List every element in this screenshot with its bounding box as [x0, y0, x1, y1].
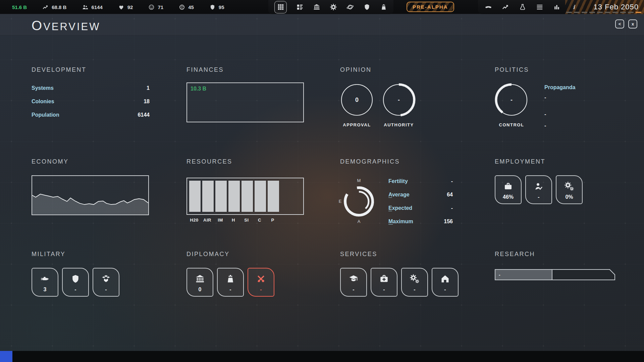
- opinion-title: OPINION: [340, 66, 416, 73]
- turn-tick: [612, 12, 618, 13]
- smiley-icon: [148, 4, 155, 10]
- economy-line-chart: [32, 176, 148, 215]
- colonies-row: Colonies18: [32, 95, 150, 108]
- resource-label: IM: [215, 218, 226, 223]
- list-icon: [536, 3, 543, 11]
- demographics-list: Fertility- Average64 Expected- Maximum15…: [388, 175, 453, 228]
- pre-alpha-badge: PRE-ALPHA: [407, 2, 454, 12]
- services-health-card[interactable]: -: [371, 268, 397, 297]
- back-button[interactable]: <: [615, 19, 624, 28]
- nav-defense-button[interactable]: [363, 3, 371, 11]
- military-supplies-card[interactable]: -: [93, 268, 119, 297]
- svg-text:-: -: [511, 97, 513, 103]
- grid-icon: [277, 3, 284, 11]
- nav-colonies-button[interactable]: [296, 3, 304, 11]
- systems-row: Systems1: [32, 81, 150, 95]
- turn-progress-ticks: [566, 12, 641, 13]
- services-industry-card[interactable]: -: [401, 268, 428, 297]
- stat-security: 95: [209, 4, 224, 10]
- resources-title: RESOURCES: [186, 158, 304, 165]
- diplomacy-factions-card[interactable]: 0: [186, 268, 213, 297]
- resource-bar: [268, 181, 279, 212]
- research-progress-bar: -: [495, 269, 615, 280]
- person-check-icon: [534, 181, 544, 191]
- politics-panel: POLITICS - CONTROL Propaganda - - -: [495, 66, 636, 127]
- stat-credits: 51.6 B: [12, 4, 27, 10]
- military-panel: MILITARY 3 - -: [32, 251, 119, 297]
- employment-jobs-card[interactable]: 46%: [495, 175, 522, 204]
- heart-icon: [118, 4, 124, 10]
- resource-bar: [255, 181, 266, 212]
- nav-planets-button[interactable]: [346, 3, 354, 11]
- svg-text:A: A: [358, 219, 361, 224]
- services-housing-card[interactable]: -: [432, 268, 459, 297]
- nav-stats-button[interactable]: [553, 3, 560, 11]
- flask-icon: [519, 3, 526, 11]
- authority-gauge: - AUTHORITY: [382, 83, 416, 127]
- resources-bar-chart: [186, 178, 304, 215]
- crossed-swords-icon: [256, 274, 266, 284]
- resource-label: P: [267, 218, 278, 223]
- diplomacy-title: DIPLOMACY: [186, 251, 274, 258]
- bank-icon: [195, 274, 205, 284]
- trend-icon: [502, 3, 509, 11]
- military-defense-card[interactable]: -: [62, 268, 89, 297]
- services-education-card[interactable]: -: [340, 268, 367, 297]
- nav-research-button[interactable]: [519, 3, 526, 11]
- nav-government-button[interactable]: [313, 3, 320, 11]
- people-icon: [82, 4, 88, 10]
- credits-value: 51.6 B: [12, 4, 27, 10]
- services-title: SERVICES: [340, 251, 459, 258]
- resource-label: Si: [241, 218, 252, 223]
- military-title: MILITARY: [32, 251, 119, 258]
- podium-icon: [380, 3, 387, 11]
- employment-automation-card[interactable]: 0%: [556, 175, 583, 204]
- bottom-bar: [0, 351, 644, 362]
- briefcase-icon: [503, 181, 513, 191]
- expected-row: Expected-: [388, 201, 453, 215]
- resource-bar: [189, 181, 201, 212]
- turn-tick: [582, 12, 587, 13]
- diplomacy-envoys-card[interactable]: -: [217, 268, 244, 297]
- research-title: RESEARCH: [495, 251, 615, 258]
- stat-planets: 45: [179, 4, 194, 10]
- demographics-gauge: M E A: [337, 177, 381, 224]
- close-button[interactable]: x: [628, 19, 637, 28]
- diplomacy-panel: DIPLOMACY 0 - -: [186, 251, 274, 297]
- medkit-icon: [379, 274, 389, 284]
- saturn-icon: [346, 3, 354, 11]
- resource-bar: [215, 181, 227, 212]
- nav-overview-button[interactable]: [274, 1, 287, 13]
- employment-panel: EMPLOYMENT 46% - 0%: [495, 158, 583, 204]
- shield-icon: [363, 3, 371, 11]
- resource-label: H20: [189, 218, 200, 223]
- opinion-panel: OPINION 0 APPROVAL -: [340, 66, 416, 127]
- nav-leaders-button[interactable]: [380, 3, 387, 11]
- resource-label: H: [228, 218, 239, 223]
- employment-title: EMPLOYMENT: [495, 158, 583, 165]
- turn-tick: [589, 12, 595, 13]
- control-gauge: - CONTROL: [495, 83, 528, 127]
- spaceship-icon: [40, 274, 50, 284]
- nav-economy-button[interactable]: [502, 3, 509, 11]
- military-ships-card[interactable]: 3: [32, 268, 58, 297]
- nav-settings-button[interactable]: [330, 3, 337, 11]
- employment-workers-card[interactable]: -: [525, 175, 552, 204]
- game-overview-screen: 51.6 B 68.8 B 6144 92 71 45 95 PRE-ALPHA: [0, 0, 644, 362]
- planet-icon: [179, 4, 185, 10]
- nav-diplomacy-button[interactable]: [485, 3, 492, 11]
- minimized-window-button[interactable]: [0, 351, 12, 362]
- nav-log-button[interactable]: [536, 3, 543, 11]
- svg-text:0: 0: [355, 97, 359, 103]
- resource-bar: [241, 181, 253, 212]
- shield-icon: [70, 274, 80, 284]
- resource-bar: [228, 181, 240, 212]
- turn-tick: [566, 12, 572, 13]
- gears-icon: [410, 274, 420, 284]
- resource-label: C: [254, 218, 265, 223]
- podium-icon: [225, 274, 235, 284]
- diplomacy-wars-card[interactable]: -: [248, 268, 274, 297]
- turn-tick: [628, 12, 634, 13]
- research-progress-fill: [495, 270, 552, 280]
- resource-bar: [202, 181, 214, 212]
